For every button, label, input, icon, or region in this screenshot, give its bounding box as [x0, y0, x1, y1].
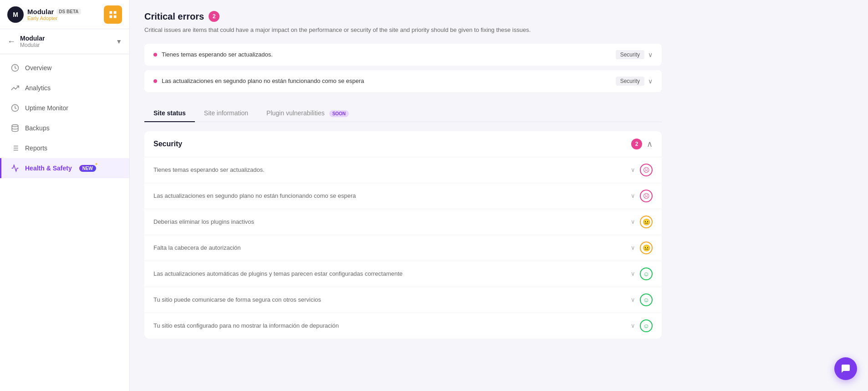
status-chevron-2[interactable]: ∨	[631, 192, 635, 199]
main-content: Critical errors 2 Critical issues are it…	[130, 0, 868, 391]
tab-plugin-vulnerabilities[interactable]: Plugin vulnerabilities SOON	[257, 105, 358, 122]
critical-errors-description: Critical issues are items that could hav…	[144, 26, 662, 35]
critical-errors-header: Critical errors 2	[144, 11, 662, 22]
tab-site-status[interactable]: Site status	[144, 105, 195, 122]
svg-rect-3	[114, 15, 117, 18]
status-row-1: Tienes temas esperando ser actualizados.…	[144, 157, 662, 183]
status-chevron-1[interactable]: ∨	[631, 166, 635, 173]
status-text-4: Falta la cabecera de autorización	[153, 244, 631, 251]
status-chevron-4[interactable]: ∨	[631, 244, 635, 251]
svg-point-6	[12, 125, 18, 127]
status-icon-1: ☹	[640, 164, 653, 176]
status-row-2: Las actualizaciones en segundo plano no …	[144, 183, 662, 209]
status-row-6: Tu sitio puede comunicarse de forma segu…	[144, 287, 662, 313]
health-label: Health & Safety	[25, 165, 72, 172]
security-header-right: 2 ∧	[631, 139, 653, 149]
site-selector[interactable]: ← Modular Modular ▼	[0, 29, 129, 54]
uptime-icon	[10, 103, 20, 113]
status-row-4: Falta la cabecera de autorización ∨ 😐	[144, 235, 662, 261]
error-item-2: Las actualizaciones en segundo plano no …	[144, 70, 662, 92]
status-right-3: ∨ 😐	[631, 216, 653, 228]
error-item-1: Tienes temas esperando ser actualizados.…	[144, 44, 662, 66]
sidebar-item-backups[interactable]: Backups	[0, 118, 129, 138]
error-dot-1	[153, 53, 157, 57]
status-row-7: Tu sitio está configurado para no mostra…	[144, 313, 662, 339]
error-dot-2	[153, 79, 157, 83]
status-text-6: Tu sitio puede comunicarse de forma segu…	[153, 296, 631, 303]
status-right-2: ∨ ☹	[631, 190, 653, 202]
error-left-1: Tienes temas esperando ser actualizados.	[153, 51, 273, 58]
app-name: Modular	[27, 8, 54, 15]
error-right-2: Security ∨	[616, 77, 653, 86]
security-section: Security 2 ∧ Tienes temas esperando ser …	[144, 131, 662, 339]
status-icon-2: ☹	[640, 190, 653, 202]
back-arrow-icon[interactable]: ←	[7, 37, 15, 46]
status-text-1: Tienes temas esperando ser actualizados.	[153, 166, 631, 173]
status-icon-3: 😐	[640, 216, 653, 228]
site-info: Modular Modular	[20, 35, 111, 48]
status-icon-5: ☺	[640, 268, 653, 280]
tab-site-information[interactable]: Site information	[195, 105, 257, 122]
soon-badge: SOON	[329, 110, 349, 117]
status-right-4: ∨ 😐	[631, 242, 653, 254]
error-left-2: Las actualizaciones en segundo plano no …	[153, 77, 364, 84]
backups-label: Backups	[25, 124, 50, 132]
security-tag-2: Security	[616, 77, 644, 86]
status-right-1: ∨ ☹	[631, 164, 653, 176]
error-text-1: Tienes temas esperando ser actualizados.	[162, 51, 273, 58]
sidebar-item-reports[interactable]: Reports	[0, 138, 129, 158]
status-chevron-3[interactable]: ∨	[631, 218, 635, 225]
site-name: Modular	[20, 35, 111, 42]
nav-menu: Overview Analytics Uptime Monitor Backup…	[0, 54, 129, 182]
svg-rect-0	[110, 11, 112, 14]
tabs-bar: Site status Site information Plugin vuln…	[144, 105, 662, 122]
status-chevron-7[interactable]: ∨	[631, 322, 635, 329]
content-wrapper: Critical errors 2 Critical issues are it…	[130, 0, 676, 350]
status-right-6: ∨ ☺	[631, 293, 653, 306]
status-row-3: Deberías eliminar los plugins inactivos …	[144, 209, 662, 235]
status-chevron-5[interactable]: ∨	[631, 270, 635, 277]
sidebar: M Modular DS BETA Early Adopter ← Modula…	[0, 0, 130, 391]
status-icon-4: 😐	[640, 242, 653, 254]
site-icon	[104, 5, 122, 24]
svg-rect-2	[110, 15, 112, 18]
uptime-label: Uptime Monitor	[25, 104, 68, 112]
security-count-badge: 2	[631, 139, 642, 149]
status-icon-7: ☺	[640, 319, 653, 332]
reports-label: Reports	[25, 144, 47, 152]
analytics-label: Analytics	[25, 84, 51, 92]
beta-badge: DS BETA	[56, 9, 81, 15]
sidebar-item-overview[interactable]: Overview	[0, 58, 129, 78]
security-collapse-button[interactable]: ∧	[647, 139, 653, 149]
status-row-5: Las actualizaciones automáticas de plugi…	[144, 261, 662, 287]
chat-button[interactable]	[834, 357, 857, 380]
error-right-1: Security ∨	[616, 50, 653, 59]
overview-icon	[10, 63, 20, 72]
status-chevron-6[interactable]: ∨	[631, 296, 635, 303]
security-tag-1: Security	[616, 50, 644, 59]
status-text-7: Tu sitio está configurado para no mostra…	[153, 322, 631, 329]
backups-icon	[10, 123, 20, 133]
logo-name-row: Modular DS BETA	[27, 8, 100, 15]
sidebar-item-health[interactable]: Health & Safety NEW	[0, 158, 129, 178]
analytics-icon	[10, 83, 20, 93]
status-text-2: Las actualizaciones en segundo plano no …	[153, 192, 631, 199]
chevron-expand-1[interactable]: ∨	[648, 51, 653, 58]
chevron-expand-2[interactable]: ∨	[648, 77, 653, 85]
overview-label: Overview	[25, 64, 51, 72]
critical-errors-title: Critical errors	[144, 11, 204, 22]
chevron-down-icon: ▼	[116, 38, 122, 45]
error-text-2: Las actualizaciones en segundo plano no …	[162, 77, 364, 84]
new-badge: NEW	[79, 165, 96, 172]
reports-icon	[10, 144, 20, 153]
svg-rect-1	[114, 11, 117, 14]
status-icon-6: ☺	[640, 293, 653, 306]
security-section-header: Security 2 ∧	[144, 131, 662, 157]
status-text-3: Deberías eliminar los plugins inactivos	[153, 218, 631, 225]
logo-icon: M	[7, 6, 24, 23]
site-sub: Modular	[20, 42, 111, 48]
health-icon	[10, 164, 20, 173]
sidebar-item-uptime[interactable]: Uptime Monitor	[0, 98, 129, 118]
sidebar-item-analytics[interactable]: Analytics	[0, 78, 129, 98]
critical-errors-count: 2	[209, 11, 220, 22]
